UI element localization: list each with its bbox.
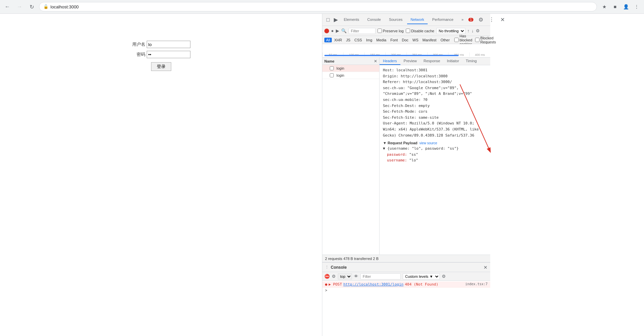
- console-menu-icon[interactable]: ⋮: [325, 265, 329, 269]
- settings-network-icon[interactable]: ⚙: [476, 28, 480, 33]
- console-title: Console: [331, 265, 347, 270]
- refresh-button[interactable]: ↻: [27, 2, 36, 11]
- preserve-log-checkbox[interactable]: [378, 29, 382, 33]
- filter-xhr[interactable]: XHR: [332, 38, 344, 42]
- filter-icon[interactable]: ▶: [336, 28, 339, 33]
- devtools-dock-icon[interactable]: □: [325, 15, 331, 25]
- header-sec-ch-ua: sec-ch-ua: "Google Chrome";v="89", "Chro…: [383, 85, 487, 97]
- import-icon[interactable]: ↑: [467, 28, 470, 33]
- tab-elements[interactable]: Elements: [341, 15, 363, 24]
- tab-sources[interactable]: Sources: [386, 15, 406, 24]
- password-input[interactable]: [147, 51, 190, 58]
- console-levels-select[interactable]: Custom levels ▼: [403, 273, 440, 279]
- console-close-button[interactable]: ✕: [484, 265, 488, 270]
- console-file-ref[interactable]: index.tsx:7: [465, 282, 488, 286]
- devtools-topbar: □ ▶ Elements Console Sources Network Per…: [322, 14, 490, 26]
- url-text: localhost:3000: [50, 4, 593, 9]
- blocked-requests-label[interactable]: Blocked Requests: [475, 36, 496, 44]
- request-name-login-error: login: [336, 66, 344, 70]
- filter-css[interactable]: CSS: [353, 38, 364, 42]
- console-post-prefix: ▶ POST: [329, 282, 342, 287]
- detail-tab-headers[interactable]: Headers: [380, 58, 400, 65]
- console-caret[interactable]: >: [322, 288, 490, 293]
- request-checkbox-1[interactable]: [330, 66, 334, 70]
- settings-icon[interactable]: ⚙: [476, 15, 486, 25]
- page-area: 用户名 密码 登录: [0, 14, 322, 336]
- timeline-area: 50 ms 100 ms 150 ms 200 ms 250 ms 300 ms…: [322, 44, 490, 58]
- console-filter-input[interactable]: [360, 273, 401, 279]
- console-error-entry: ● ▶ POST http://localhost:3001/login 404…: [322, 282, 490, 288]
- detail-tab-preview[interactable]: Preview: [400, 58, 420, 65]
- detail-tab-initiator[interactable]: Initiator: [443, 58, 462, 65]
- request-name-login: login: [336, 73, 344, 77]
- filter-ws[interactable]: WS: [411, 38, 420, 42]
- password-label: 密码: [132, 51, 145, 58]
- request-item-login-error[interactable]: login: [322, 65, 379, 72]
- detail-tab-timing[interactable]: Timing: [462, 58, 480, 65]
- view-source-link[interactable]: view source: [420, 141, 437, 145]
- filter-doc[interactable]: Doc: [400, 38, 410, 42]
- menu-icon[interactable]: ⋮: [632, 2, 641, 11]
- console-clear-icon[interactable]: ⛔: [324, 274, 330, 279]
- request-payload-section: ▼ Request Payload view source: [383, 141, 487, 145]
- close-detail-button[interactable]: ✕: [374, 59, 377, 64]
- preserve-log-label[interactable]: Preserve log: [378, 29, 404, 33]
- console-error-icon: ●: [325, 282, 327, 287]
- tab-network[interactable]: Network: [407, 15, 427, 24]
- console-settings-icon[interactable]: ⚙: [332, 274, 336, 279]
- header-origin: Origin: http://localhost:3000: [383, 73, 487, 79]
- filter-input[interactable]: [349, 28, 375, 34]
- tab-console[interactable]: Console: [364, 15, 384, 24]
- extensions-icon[interactable]: ■: [610, 2, 620, 11]
- console-gear-icon[interactable]: ⚙: [442, 274, 446, 279]
- devtools-wrapper: □ ▶ Elements Console Sources Network Per…: [322, 14, 644, 336]
- payload-expanded: password: "ss" username: "lo": [383, 152, 487, 163]
- request-checkbox-2[interactable]: [330, 73, 334, 77]
- filter-media[interactable]: Media: [374, 38, 388, 42]
- console-eye-icon[interactable]: 👁: [354, 274, 358, 279]
- browser-actions: ★ ■ 👤 ⋮: [600, 2, 641, 11]
- payload-expand-arrow[interactable]: ▼: [383, 146, 385, 151]
- export-icon[interactable]: ↓: [471, 28, 474, 33]
- forward-button[interactable]: →: [15, 2, 24, 11]
- address-bar[interactable]: 🔓 localhost:3000: [39, 2, 597, 11]
- filter-js[interactable]: JS: [344, 38, 352, 42]
- more-options-icon[interactable]: ⋮: [487, 15, 496, 25]
- header-host: Host: localhost:3001: [383, 67, 487, 73]
- main-content: 用户名 密码 登录 □ ▶ Elements Console Sources N…: [0, 14, 644, 336]
- browser-chrome: ← → ↻ 🔓 localhost:3000 ★ ■ 👤 ⋮: [0, 0, 644, 14]
- filter-other[interactable]: Other: [439, 38, 452, 42]
- profile-icon[interactable]: 👤: [621, 2, 631, 11]
- login-button[interactable]: 登录: [151, 62, 171, 71]
- console-content: ● ▶ POST http://localhost:3001/login 404…: [322, 281, 490, 336]
- back-button[interactable]: ←: [3, 2, 12, 11]
- filter-manifest[interactable]: Manifest: [421, 38, 438, 42]
- devtools-panel: □ ▶ Elements Console Sources Network Per…: [322, 14, 490, 336]
- devtools-inspect-icon[interactable]: ▶: [332, 15, 339, 25]
- request-list-header: Name ✕: [322, 58, 379, 65]
- filter-img[interactable]: Img: [364, 38, 374, 42]
- disable-cache-checkbox[interactable]: [406, 29, 410, 33]
- console-topbar: ⋮ Console ✕: [322, 263, 490, 272]
- search-icon[interactable]: 🔍: [341, 28, 347, 33]
- filter-font[interactable]: Font: [389, 38, 399, 42]
- tab-performance[interactable]: Performance: [429, 15, 457, 24]
- detail-tab-response[interactable]: Response: [420, 58, 444, 65]
- tab-more[interactable]: »: [458, 15, 467, 24]
- console-link[interactable]: http://localhost:3001/login: [343, 282, 403, 287]
- disable-cache-label[interactable]: Disable cache: [406, 29, 434, 33]
- request-detail: Headers Preview Response Initiator Timin…: [380, 58, 490, 255]
- timeline-fill: [324, 55, 459, 56]
- request-item-login[interactable]: login: [322, 72, 379, 79]
- has-blocked-cookies-checkbox[interactable]: [454, 38, 459, 42]
- bookmark-icon[interactable]: ★: [600, 2, 609, 11]
- record-button[interactable]: [324, 29, 329, 33]
- console-context-select[interactable]: top: [338, 273, 352, 279]
- filter-all[interactable]: All: [324, 38, 332, 42]
- throttle-select[interactable]: No throttling: [436, 28, 465, 34]
- close-devtools-icon[interactable]: ✕: [498, 15, 507, 25]
- username-input[interactable]: [147, 41, 190, 48]
- header-sec-ch-ua-mobile: sec-ch-ua-mobile: ?0: [383, 97, 487, 103]
- clear-button[interactable]: ●: [331, 28, 334, 33]
- blocked-requests-checkbox[interactable]: [475, 38, 479, 42]
